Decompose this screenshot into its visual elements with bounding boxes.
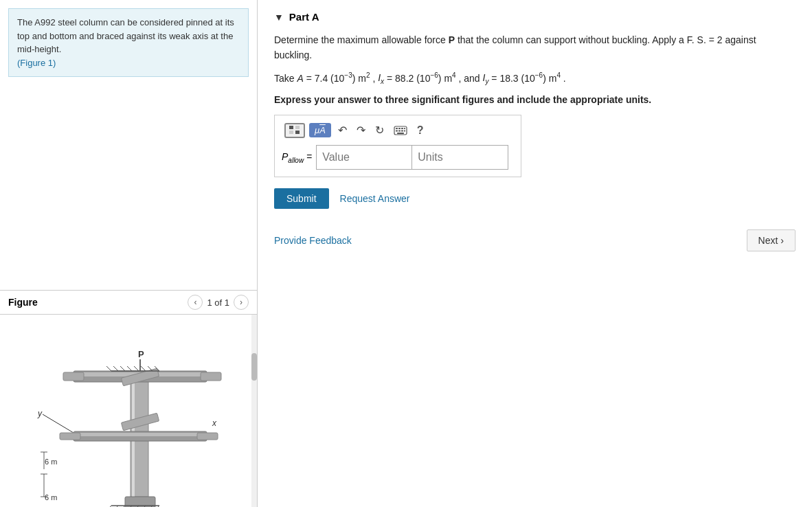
svg-text:x: x	[212, 418, 217, 428]
redo-button[interactable]: ↷	[354, 122, 368, 138]
figure-header: Figure ‹ 1 of 1 ›	[0, 291, 257, 315]
next-label: Next	[758, 235, 778, 246]
keyboard-button[interactable]	[391, 124, 410, 137]
next-chevron-icon: ›	[780, 235, 784, 246]
figure-next-button[interactable]: ›	[234, 295, 249, 310]
svg-rect-47	[401, 128, 403, 129]
svg-rect-50	[401, 130, 403, 131]
right-panel: ▼ Part A Determine the maximum allowable…	[258, 0, 812, 507]
svg-rect-19	[63, 372, 84, 381]
keyboard-icon	[394, 126, 407, 135]
provide-feedback-link[interactable]: Provide Feedback	[274, 235, 352, 246]
left-panel: The A992 steel column can be considered …	[0, 0, 258, 507]
svg-text:6 m: 6 m	[45, 493, 57, 502]
p-allow-sub: allow	[288, 157, 304, 164]
mu-button[interactable]: μA	[309, 123, 331, 137]
reset-button[interactable]: ↻	[372, 122, 387, 138]
scrollbar-thumb[interactable]	[251, 353, 257, 381]
figure-canvas: y x 6 m 6 m P	[0, 315, 257, 507]
figure-section: Figure ‹ 1 of 1 › y x 6 m 6 m	[0, 290, 257, 507]
units-input[interactable]	[412, 145, 508, 170]
value-input[interactable]	[316, 145, 412, 170]
request-answer-link[interactable]: Request Answer	[340, 193, 410, 204]
bottom-row: Provide Feedback Next ›	[274, 229, 796, 251]
toolbar: μA ↶ ↷ ↻	[282, 122, 514, 138]
svg-rect-20	[60, 433, 80, 440]
svg-rect-18	[74, 433, 207, 436]
svg-rect-52	[404, 128, 405, 129]
figure-title: Figure	[8, 297, 38, 308]
figure-count: 1 of 1	[207, 297, 229, 308]
input-row: Pallow =	[282, 145, 514, 170]
svg-rect-49	[398, 130, 401, 131]
grid-cell-4	[295, 131, 300, 134]
svg-rect-0	[5, 315, 252, 507]
p-allow-label: Pallow =	[282, 151, 312, 164]
figure-link[interactable]: (Figure 1)	[17, 58, 56, 68]
figure-nav: ‹ 1 of 1 ›	[188, 295, 249, 310]
svg-rect-51	[397, 133, 404, 134]
part-title: Part A	[289, 11, 319, 23]
submit-button[interactable]: Submit	[274, 188, 329, 209]
description-text: The A992 steel column can be considered …	[17, 17, 234, 54]
scrollbar-track	[251, 315, 257, 507]
answer-box: μA ↶ ↷ ↻	[274, 115, 521, 177]
grid-cell-2	[295, 126, 300, 129]
grid-cell-1	[289, 126, 293, 129]
svg-text:P: P	[138, 349, 144, 359]
next-button[interactable]: Next ›	[747, 229, 796, 251]
part-header: ▼ Part A	[274, 11, 796, 23]
svg-text:y: y	[37, 409, 43, 418]
problem-description: The A992 steel column can be considered …	[8, 8, 249, 77]
grid-cell-3	[289, 131, 293, 134]
grid-icon	[289, 126, 300, 135]
instruction-text: Express your answer to three significant…	[274, 94, 796, 105]
help-button[interactable]: ?	[414, 123, 427, 138]
undo-button[interactable]: ↶	[335, 122, 350, 138]
formula-icon	[289, 126, 300, 135]
svg-rect-22	[197, 433, 218, 440]
svg-rect-48	[396, 130, 398, 131]
figure-prev-button[interactable]: ‹	[188, 295, 203, 310]
collapse-arrow-icon[interactable]: ▼	[274, 12, 284, 23]
svg-rect-53	[404, 130, 405, 131]
svg-rect-46	[398, 128, 401, 129]
svg-rect-21	[201, 372, 221, 381]
fs-text: F. S.	[687, 34, 706, 45]
formula-button[interactable]	[284, 123, 305, 138]
problem-text-line1: Determine the maximum allowable force P …	[274, 32, 796, 63]
bold-P: P	[449, 34, 455, 45]
svg-text:6 m: 6 m	[45, 458, 57, 466]
action-row: Submit Request Answer	[274, 188, 796, 209]
problem-text-line2: Take A = 7.4 (10−3) m2 , Ix = 88.2 (10−6…	[274, 70, 796, 87]
svg-rect-45	[396, 128, 398, 129]
